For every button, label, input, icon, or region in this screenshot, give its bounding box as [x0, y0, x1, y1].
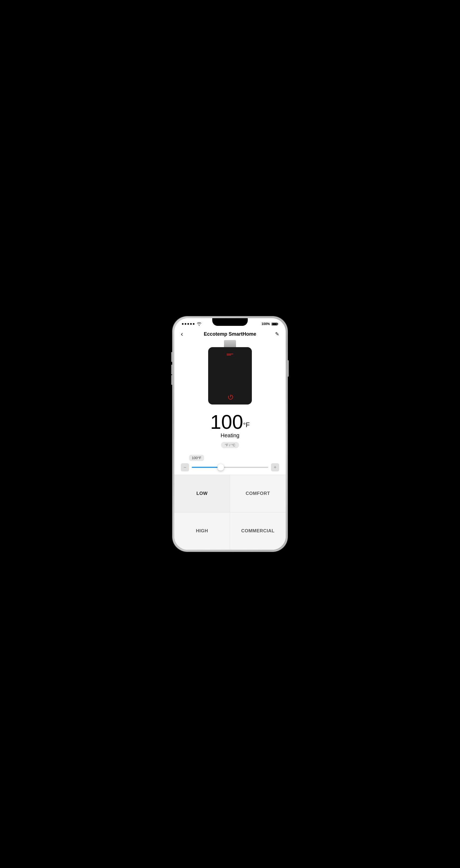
- wifi-icon: [197, 322, 202, 326]
- mode-commercial[interactable]: COMMERCIAL: [230, 513, 286, 550]
- mode-high-label: HIGH: [196, 528, 208, 534]
- temperature-value: 100: [210, 411, 243, 433]
- battery-percentage: 100%: [262, 322, 270, 326]
- device-image-area: [174, 342, 286, 408]
- power-button-indicator: [227, 394, 233, 399]
- mode-comfort[interactable]: COMFORT: [230, 475, 286, 513]
- heating-mode-label: Heating: [174, 432, 286, 439]
- brand-logo: [226, 352, 234, 359]
- slider-value-label: 100°F: [189, 455, 204, 461]
- temperature-slider-area: 100°F − +: [174, 451, 286, 475]
- mode-low[interactable]: LOW: [174, 475, 230, 513]
- signal-dot-1: [182, 323, 184, 325]
- phone-frame: 100% ‹ Eccotemp SmartHome ✎: [173, 316, 287, 552]
- mode-high[interactable]: HIGH: [174, 513, 230, 550]
- signal-dot-2: [185, 323, 186, 325]
- slider-thumb[interactable]: [217, 464, 224, 471]
- decrease-button[interactable]: −: [181, 463, 189, 471]
- slider-track[interactable]: [192, 467, 268, 468]
- page-title: Eccotemp SmartHome: [204, 331, 256, 337]
- increase-button[interactable]: +: [271, 463, 279, 471]
- temperature-unit: °F: [243, 421, 250, 429]
- mode-selection-grid: LOW COMFORT HIGH COMMERCIAL: [174, 475, 286, 550]
- heater-body: [208, 347, 252, 404]
- temperature-display: 100°F Heating °F / °C: [174, 408, 286, 451]
- signal-dot-5: [193, 323, 194, 325]
- mode-low-label: LOW: [196, 491, 208, 496]
- signal-dot-4: [190, 323, 192, 325]
- mode-commercial-label: COMMERCIAL: [241, 528, 275, 534]
- battery-icon: [272, 322, 278, 326]
- heater-pipe: [224, 340, 236, 348]
- signal-dot-3: [187, 323, 189, 325]
- edit-button[interactable]: ✎: [270, 331, 279, 337]
- phone-screen: 100% ‹ Eccotemp SmartHome ✎: [174, 318, 286, 550]
- unit-toggle-button[interactable]: °F / °C: [221, 442, 239, 448]
- mode-comfort-label: COMFORT: [246, 491, 270, 496]
- slider-fill: [192, 467, 221, 468]
- battery-area: 100%: [262, 322, 278, 326]
- signal-area: [182, 322, 202, 326]
- slider-row: − +: [181, 463, 279, 471]
- back-button[interactable]: ‹: [181, 330, 190, 338]
- water-heater-image: [208, 345, 252, 408]
- notch: [212, 318, 248, 326]
